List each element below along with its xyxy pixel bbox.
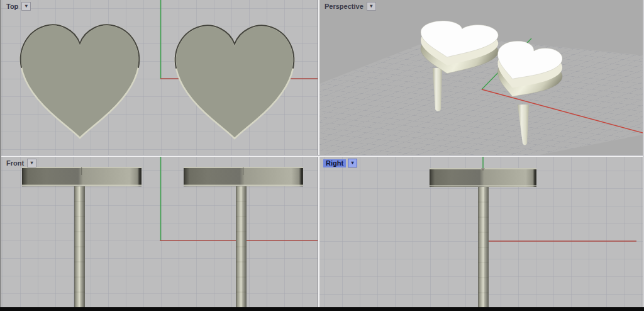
stem-1-front-view[interactable] — [74, 186, 85, 307]
viewport-front[interactable]: Front ▾ — [1, 157, 318, 307]
viewport-label-front[interactable]: Front ▾ — [5, 159, 36, 167]
viewport-divider-horizontal[interactable] — [0, 155, 644, 157]
viewport-divider-vertical[interactable] — [318, 0, 319, 307]
viewport-title[interactable]: Right — [323, 159, 346, 167]
heart-slab-1-front-view[interactable] — [22, 167, 142, 186]
viewport-title[interactable]: Front — [5, 159, 25, 167]
window-edge-left — [0, 0, 1, 307]
viewport-title[interactable]: Top — [5, 3, 19, 11]
viewport-label-top[interactable]: Top ▾ — [5, 2, 31, 11]
viewport-top[interactable]: Top ▾ — [1, 0, 318, 155]
viewport-title[interactable]: Perspective — [323, 3, 365, 11]
chevron-down-icon[interactable]: ▾ — [27, 159, 36, 167]
viewport-label-right[interactable]: Right ▾ — [323, 159, 357, 167]
chevron-down-icon[interactable]: ▾ — [367, 2, 376, 11]
chevron-down-icon[interactable]: ▾ — [21, 2, 31, 11]
stem-2-front-view[interactable] — [236, 186, 247, 307]
viewport-perspective[interactable]: Perspective ▾ — [319, 0, 643, 155]
stem-right-view[interactable] — [478, 187, 489, 307]
viewport-label-perspective[interactable]: Perspective ▾ — [323, 2, 376, 11]
heart-slab-2-front-view[interactable] — [184, 167, 303, 186]
application-canvas: Top ▾ — [0, 0, 644, 311]
viewport-right[interactable]: Right ▾ — [319, 157, 643, 307]
heart-slab-right-view[interactable] — [430, 168, 536, 187]
chevron-down-icon[interactable]: ▾ — [348, 159, 357, 167]
window-bottom-bar — [0, 307, 644, 311]
